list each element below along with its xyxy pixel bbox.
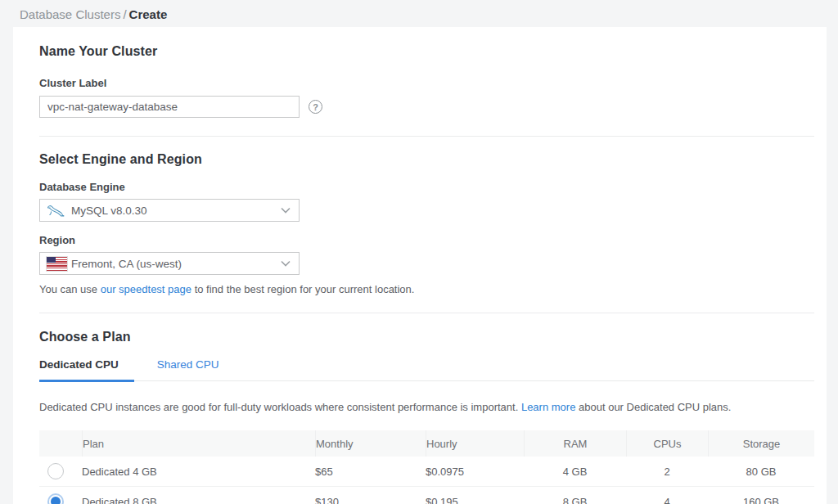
chevron-down-icon (281, 260, 291, 267)
plan-ram-cell: 4 GB (524, 466, 626, 478)
learn-more-link[interactable]: Learn more (521, 401, 575, 413)
plan-ram-cell: 8 GB (524, 496, 626, 504)
region-label: Region (39, 234, 814, 246)
breadcrumb-current: Create (129, 7, 168, 21)
section-divider (39, 313, 814, 313)
column-header-ram: RAM (524, 430, 626, 457)
plan-radio-button[interactable] (47, 493, 64, 504)
database-engine-select[interactable]: MySQL v8.0.30 (39, 199, 300, 222)
plan-description-pre: Dedicated CPU instances are good for ful… (39, 401, 521, 413)
breadcrumb-parent-link[interactable]: Database Clusters (20, 7, 120, 21)
us-flag-icon (47, 257, 71, 271)
column-header-monthly: Monthly (315, 430, 426, 457)
plan-table-body: Dedicated 4 GB $65 $0.0975 4 GB 2 80 GB … (39, 457, 814, 504)
plan-table-row[interactable]: Dedicated 4 GB $65 $0.0975 4 GB 2 80 GB (39, 457, 814, 487)
plan-tabs: Dedicated CPU Shared CPU (39, 358, 814, 381)
cluster-label-input[interactable] (39, 96, 300, 118)
speedtest-page-link[interactable]: our speedtest page (101, 283, 191, 295)
plan-hourly-cell: $0.195 (426, 496, 524, 504)
section-heading-choose-plan: Choose a Plan (39, 330, 814, 344)
breadcrumb-separator: / (120, 7, 128, 21)
plan-name-cell: Dedicated 4 GB (82, 466, 315, 478)
region-value: Fremont, CA (us-west) (71, 258, 281, 270)
header-radio-spacer (39, 430, 82, 457)
plan-description-post: about our Dedicated CPU plans. (575, 401, 731, 413)
plan-monthly-cell: $130 (315, 496, 426, 504)
section-heading-name-cluster: Name Your Cluster (39, 44, 814, 59)
column-header-hourly: Hourly (426, 430, 524, 457)
section-heading-engine-region: Select Engine and Region (39, 152, 814, 167)
breadcrumb: Database Clusters/Create (0, 0, 838, 27)
tab-shared-cpu[interactable]: Shared CPU (157, 358, 219, 382)
column-header-plan: Plan (82, 430, 315, 457)
plan-radio-button[interactable] (47, 463, 64, 479)
plan-cpus-cell: 4 (626, 496, 708, 504)
plan-table: Plan Monthly Hourly RAM CPUs Storage Ded… (39, 430, 814, 504)
plan-storage-cell: 160 GB (708, 496, 814, 504)
cluster-label-label: Cluster Label (39, 77, 814, 89)
tab-dedicated-cpu[interactable]: Dedicated CPU (39, 358, 134, 382)
plan-cpus-cell: 2 (626, 466, 708, 478)
region-helper-text: You can use our speedtest page to find t… (39, 283, 814, 295)
plan-description: Dedicated CPU instances are good for ful… (39, 401, 814, 413)
database-engine-value: MySQL v8.0.30 (71, 205, 281, 217)
region-select[interactable]: Fremont, CA (us-west) (39, 252, 300, 275)
section-divider (39, 136, 814, 137)
create-cluster-panel: Name Your Cluster Cluster Label ? Select… (13, 27, 827, 504)
database-engine-label: Database Engine (39, 181, 814, 193)
plan-monthly-cell: $65 (315, 466, 426, 478)
mysql-dolphin-icon (47, 204, 71, 218)
plan-hourly-cell: $0.0975 (426, 466, 524, 478)
column-header-storage: Storage (708, 430, 814, 457)
helper-text-post: to find the best region for your current… (191, 283, 414, 295)
help-icon[interactable]: ? (309, 100, 322, 114)
helper-text-pre: You can use (39, 283, 101, 295)
chevron-down-icon (281, 207, 291, 214)
plan-name-cell: Dedicated 8 GB (82, 496, 315, 504)
plan-table-row[interactable]: Dedicated 8 GB $130 $0.195 8 GB 4 160 GB (39, 487, 814, 504)
plan-table-header: Plan Monthly Hourly RAM CPUs Storage (39, 430, 814, 457)
column-header-cpus: CPUs (626, 430, 708, 457)
plan-storage-cell: 80 GB (708, 466, 814, 478)
